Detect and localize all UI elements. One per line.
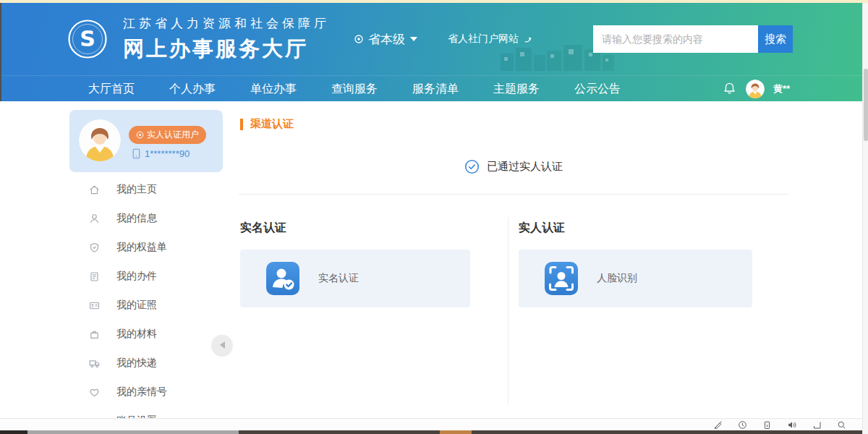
realname-heading: 实名认证 [240, 221, 286, 236]
heart-icon [88, 386, 101, 399]
search-button[interactable]: 搜索 [758, 25, 793, 53]
region-label: 省本级 [368, 31, 405, 48]
sidebar-item-materials[interactable]: 我的材料 [69, 320, 223, 349]
user-avatar-large [79, 119, 121, 161]
notification-bell-icon[interactable] [722, 81, 737, 96]
zoom-icon[interactable] [837, 420, 846, 430]
sidebar-item-info[interactable]: 我的信息 [69, 204, 223, 233]
username[interactable]: 黄** [773, 82, 790, 95]
check-circle-icon [464, 159, 480, 174]
id-card-icon [88, 299, 101, 312]
sidebar-item-label: 我的快递 [116, 357, 157, 370]
realname-auth-card[interactable]: 实名认证 [240, 250, 470, 307]
bottom-toolbar [0, 418, 862, 430]
face-recognition-card[interactable]: 人脸识别 [519, 250, 752, 307]
sidebar-item-label: 我的材料 [116, 328, 157, 341]
shield-icon [88, 242, 101, 254]
sidebar-item-label: 我的信息 [116, 212, 157, 225]
chevron-left-icon [220, 341, 225, 349]
header-top: S 江苏省人力资源和社会保障厅 网上办事服务大厅 省本级 省人社门户网站 [0, 3, 862, 75]
realname-auth-icon [266, 262, 299, 295]
sidebar: 实人认证用户 1********90 我的主页 我的信息 我的权益单 [69, 110, 223, 418]
sidebar-item-delivery[interactable]: 我的快递 [69, 349, 223, 378]
status-badge-label: 实人认证用户 [147, 129, 199, 141]
phone-masked: 1********90 [145, 148, 190, 159]
status-badge: 实人认证用户 [129, 126, 206, 144]
home-icon [88, 184, 101, 196]
verified-badge-icon [136, 131, 144, 139]
agency-logo[interactable]: S [68, 20, 107, 59]
pen-disabled-icon[interactable] [713, 420, 723, 430]
nav-item-query[interactable]: 查询服务 [314, 76, 395, 101]
vertical-scrollbar-track [862, 0, 868, 434]
site-header: S 江苏省人力资源和社会保障厅 网上办事服务大厅 省本级 省人社门户网站 [0, 3, 862, 101]
nav-item-home[interactable]: 大厅首页 [71, 76, 152, 101]
face-recognition-label: 人脸识别 [597, 272, 637, 285]
realperson-heading: 实人认证 [519, 221, 565, 236]
sidebar-item-label: 我的证照 [116, 299, 157, 312]
search-input[interactable] [593, 25, 758, 53]
chevron-down-icon [410, 37, 417, 41]
window-top-strip [0, 0, 868, 3]
nav-item-unit[interactable]: 单位办事 [233, 76, 314, 101]
sidebar-item-family-number[interactable]: 我的亲情号 [69, 378, 223, 407]
nav-right: 黄** [722, 80, 790, 98]
window-left-edge [0, 3, 1, 101]
sidebar-item-account-settings[interactable]: 账号设置 [69, 407, 223, 418]
org-title: 江苏省人力资源和社会保障厅 [123, 15, 330, 32]
external-link-icon [523, 34, 534, 44]
sidebar-collapse-button[interactable] [212, 335, 232, 355]
sidebar-item-cases[interactable]: 我的办件 [69, 262, 223, 291]
nav-items: 大厅首页 个人办事 单位办事 查询服务 服务清单 主题服务 公示公告 [71, 76, 638, 101]
section-title: 渠道认证 [240, 117, 294, 131]
svg-text:S: S [80, 26, 95, 51]
site-title: 网上办事服务大厅 [123, 35, 330, 64]
nav-item-theme[interactable]: 主题服务 [476, 76, 557, 101]
sidebar-item-home[interactable]: 我的主页 [69, 175, 223, 204]
truck-icon [88, 357, 101, 370]
sidebar-item-label: 我的办件 [116, 270, 157, 283]
portal-link[interactable]: 省人社门户网站 [448, 33, 534, 46]
bag-icon [88, 328, 101, 341]
page: S 江苏省人力资源和社会保障厅 网上办事服务大厅 省本级 省人社门户网站 [0, 0, 868, 434]
clipboard-icon[interactable] [762, 420, 772, 430]
region-selector[interactable]: 省本级 [353, 31, 417, 48]
fit-window-icon[interactable] [812, 420, 822, 430]
user-icon [88, 213, 101, 225]
sidebar-item-label: 我的亲情号 [116, 386, 167, 399]
sidebar-item-label: 我的权益单 [116, 241, 167, 254]
sidebar-item-rights[interactable]: 我的权益单 [69, 233, 223, 262]
verification-status-text: 已通过实人认证 [487, 160, 563, 174]
title-accent-bar [240, 119, 243, 130]
horizontal-divider [239, 194, 788, 195]
site-titles: 江苏省人力资源和社会保障厅 网上办事服务大厅 [123, 15, 330, 64]
phone-icon [132, 148, 141, 159]
location-pin-icon [353, 33, 365, 45]
realname-card-label: 实名认证 [318, 272, 359, 285]
user-avatar[interactable] [746, 80, 765, 98]
horizontal-scrollbar[interactable] [0, 430, 862, 434]
phone-row: 1********90 [132, 148, 190, 159]
section-title-text: 渠道认证 [250, 117, 294, 131]
portal-link-label: 省人社门户网站 [448, 33, 519, 46]
history-icon[interactable] [738, 420, 747, 430]
sidebar-menu: 我的主页 我的信息 我的权益单 我的办件 我的证照 我的材料 [69, 175, 223, 418]
nav-item-announcements[interactable]: 公示公告 [557, 76, 638, 101]
vertical-divider [508, 217, 509, 405]
sidebar-item-label: 我的主页 [116, 183, 157, 196]
verification-status: 已通过实人认证 [239, 159, 788, 174]
main-nav: 大厅首页 个人办事 单位办事 查询服务 服务清单 主题服务 公示公告 [0, 75, 862, 101]
document-icon [88, 271, 101, 283]
main-content: 渠道认证 已通过实人认证 实名认证 实人认证 实名认证 [239, 109, 788, 418]
speaker-icon[interactable] [787, 420, 797, 430]
nav-item-personal[interactable]: 个人办事 [152, 76, 233, 101]
nav-item-service-list[interactable]: 服务清单 [395, 76, 476, 101]
sidebar-item-certificates[interactable]: 我的证照 [69, 291, 223, 320]
user-card: 实人认证用户 1********90 [69, 110, 223, 172]
search-box: 搜索 [593, 25, 793, 53]
vertical-scrollbar-thumb[interactable] [864, 69, 868, 141]
face-recognition-icon [545, 262, 578, 295]
